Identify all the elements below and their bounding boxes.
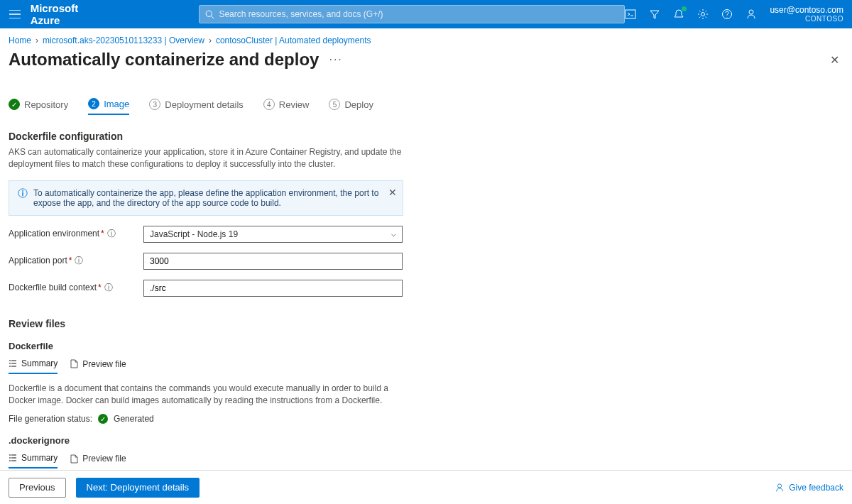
- search-box[interactable]: [199, 5, 625, 23]
- status-value: Generated: [114, 414, 154, 424]
- step-image[interactable]: 2 Image: [88, 98, 129, 115]
- step-label: Deployment details: [165, 99, 244, 110]
- content-area: Home › microsoft.aks-20230510113233 | Ov…: [0, 28, 852, 470]
- topbar-icons: [625, 9, 757, 20]
- status-label: File generation status:: [9, 414, 92, 424]
- more-icon[interactable]: ···: [329, 53, 342, 66]
- dockerfile-status-row: File generation status: ✓ Generated: [9, 414, 843, 424]
- env-value: JavaScript - Node.js 19: [150, 229, 238, 239]
- dockerfile-tabs: Summary Preview file: [9, 358, 843, 374]
- review-heading: Review files: [9, 318, 843, 329]
- search-wrap: [199, 5, 625, 23]
- env-label: Application environment*ⓘ: [9, 228, 143, 240]
- info-box: To automatically containerize the app, p…: [9, 180, 403, 216]
- form-row-context: Dockerfile build context*ⓘ: [9, 280, 843, 297]
- page-title-row: Automatically containerize and deploy ··…: [9, 50, 843, 70]
- feedback-link[interactable]: Give feedback: [775, 483, 843, 493]
- check-icon: ✓: [98, 414, 108, 424]
- next-button[interactable]: Next: Deployment details: [76, 478, 200, 498]
- top-bar: Microsoft Azure user@contoso.com CONTOSO: [0, 0, 852, 28]
- svg-rect-2: [626, 10, 635, 18]
- step-label: Deploy: [344, 99, 373, 110]
- chevron-down-icon: ⌵: [391, 229, 396, 239]
- step-deployment-details[interactable]: 3 Deployment details: [149, 98, 244, 115]
- form-row-port: Application port*ⓘ: [9, 253, 843, 270]
- svg-rect-18: [11, 458, 16, 459]
- wizard-steps: ✓ Repository 2 Image 3 Deployment detail…: [9, 98, 843, 118]
- tab-summary[interactable]: Summary: [9, 453, 58, 469]
- list-icon: [9, 359, 17, 368]
- notification-badge: [682, 6, 687, 11]
- search-input[interactable]: [219, 9, 618, 19]
- info-text: To automatically containerize the app, p…: [33, 188, 394, 208]
- menu-icon[interactable]: [9, 6, 22, 23]
- svg-point-7: [22, 190, 23, 192]
- step-label: Image: [104, 99, 129, 109]
- chevron-right-icon: ›: [36, 35, 38, 45]
- close-icon[interactable]: ✕: [388, 187, 397, 198]
- previous-button[interactable]: Previous: [9, 478, 66, 498]
- svg-rect-12: [11, 363, 16, 363]
- notifications-icon[interactable]: [673, 9, 684, 20]
- tab-preview-file[interactable]: Preview file: [70, 358, 126, 374]
- dockerignore-heading: .dockerignore: [9, 435, 843, 446]
- info-icon[interactable]: ⓘ: [75, 256, 83, 265]
- svg-point-19: [9, 460, 11, 461]
- tab-preview-file[interactable]: Preview file: [70, 453, 126, 469]
- brand-label: Microsoft Azure: [31, 2, 93, 26]
- dockerfile-heading: Dockerfile: [9, 341, 843, 351]
- help-icon[interactable]: [721, 9, 733, 20]
- svg-rect-14: [11, 366, 16, 366]
- dockerignore-tabs: Summary Preview file: [9, 453, 843, 469]
- svg-rect-16: [11, 455, 16, 456]
- step-label: Repository: [24, 99, 68, 110]
- file-icon: [70, 359, 78, 368]
- step-repository[interactable]: ✓ Repository: [9, 98, 68, 115]
- svg-point-21: [778, 483, 782, 487]
- feedback-icon[interactable]: [746, 9, 757, 20]
- check-icon: ✓: [9, 99, 20, 110]
- cloud-shell-icon[interactable]: [625, 9, 636, 20]
- svg-rect-8: [22, 192, 23, 195]
- user-email: user@contoso.com: [770, 5, 843, 15]
- context-label: Dockerfile build context*ⓘ: [9, 282, 143, 294]
- list-icon: [9, 454, 17, 462]
- info-icon: [18, 188, 28, 198]
- file-icon: [70, 454, 78, 464]
- svg-point-11: [9, 363, 11, 364]
- svg-point-0: [207, 11, 212, 16]
- close-icon[interactable]: ✕: [830, 53, 839, 67]
- step-label: Review: [279, 99, 310, 110]
- context-input-wrap: [143, 280, 403, 297]
- step-number: 3: [149, 99, 160, 110]
- svg-point-17: [9, 457, 11, 459]
- info-icon[interactable]: ⓘ: [107, 229, 116, 239]
- section-description: AKS can automatically containerize your …: [9, 146, 406, 170]
- filter-icon[interactable]: [649, 9, 660, 20]
- user-block[interactable]: user@contoso.com CONTOSO: [770, 5, 843, 23]
- dockerfile-description: Dockerfile is a document that contains t…: [9, 383, 406, 407]
- info-icon[interactable]: ⓘ: [104, 283, 113, 292]
- footer-bar: Previous Next: Deployment details Give f…: [0, 470, 852, 504]
- step-deploy[interactable]: 5 Deploy: [329, 98, 373, 115]
- context-input[interactable]: [150, 283, 396, 293]
- port-input[interactable]: [150, 256, 396, 266]
- chevron-right-icon: ›: [209, 35, 212, 45]
- step-number: 5: [329, 99, 340, 110]
- breadcrumb-item[interactable]: Home: [9, 35, 31, 45]
- step-number: 2: [88, 98, 99, 109]
- breadcrumb-item[interactable]: microsoft.aks-20230510113233 | Overview: [43, 35, 204, 45]
- svg-point-9: [9, 360, 11, 361]
- step-review[interactable]: 4 Review: [263, 98, 310, 115]
- svg-point-13: [9, 366, 11, 367]
- tenant-label: CONTOSO: [770, 15, 843, 23]
- tab-summary[interactable]: Summary: [9, 358, 58, 374]
- feedback-icon: [775, 483, 785, 493]
- settings-icon[interactable]: [697, 9, 709, 20]
- section-heading: Dockerfile configuration: [9, 131, 843, 142]
- env-select[interactable]: JavaScript - Node.js 19 ⌵: [143, 226, 403, 243]
- svg-rect-20: [11, 461, 16, 461]
- step-number: 4: [263, 99, 275, 110]
- svg-point-3: [701, 13, 705, 16]
- breadcrumb-item[interactable]: contosoCluster | Automated deployments: [216, 35, 371, 45]
